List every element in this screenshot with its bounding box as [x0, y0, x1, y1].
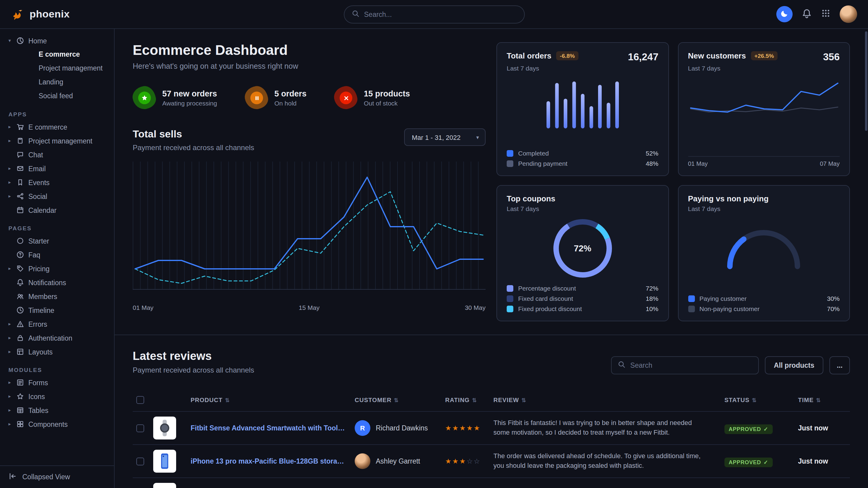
sidebar-item-label: Pricing: [28, 265, 50, 272]
dashboard-left: Ecommerce Dashboard Here's what's going …: [133, 42, 486, 321]
sidebar-subitem-social-feed[interactable]: Social feed: [0, 89, 114, 103]
clipboard-icon: [16, 137, 24, 145]
search-input[interactable]: [364, 10, 517, 18]
trend-badge: -6.8%: [556, 51, 579, 60]
sidebar-item-authentication[interactable]: ▸Authentication: [0, 331, 114, 345]
star-icon: [141, 94, 148, 101]
sidebar-item-forms[interactable]: ▸Forms: [0, 376, 114, 389]
sidebar-subitem-project-management[interactable]: Project management: [0, 62, 114, 75]
sidebar-subitem-e-commerce[interactable]: E commerce: [0, 47, 114, 62]
reviews-search-input[interactable]: [630, 362, 752, 369]
axis-left-label: 01 May: [688, 160, 708, 167]
sidebar-item-label: E commerce: [28, 123, 67, 131]
select-all-checkbox[interactable]: [136, 396, 144, 404]
sidebar-item-social[interactable]: ▸Social: [0, 189, 114, 203]
collapsed-view-label: Collapsed View: [22, 473, 70, 481]
apps-grid-button[interactable]: [821, 8, 831, 20]
product-link[interactable]: Fitbit Sense Advanced Smartwatch with To…: [191, 424, 355, 432]
sidebar-item-pricing[interactable]: ▸Pricing: [0, 262, 114, 275]
watch-product-image: [154, 418, 175, 438]
brand[interactable]: phoenix: [11, 7, 115, 21]
axis-right-label: 07 May: [820, 160, 840, 167]
product-thumbnail[interactable]: [153, 450, 176, 473]
card-title: Top coupons: [507, 194, 658, 203]
scrollbar[interactable]: [865, 31, 867, 131]
sidebar: ▾HomeE commerceProject managementLanding…: [0, 29, 115, 488]
legend-label: Percentage discount: [518, 285, 576, 292]
bell-icon: [16, 279, 24, 286]
sidebar-item-icons[interactable]: ▸Icons: [0, 389, 114, 403]
brand-name: phoenix: [30, 8, 70, 20]
sidebar-item-layouts[interactable]: ▸Layouts: [0, 345, 114, 359]
sidebar-item-tables[interactable]: ▸Tables: [0, 403, 114, 417]
column-header-product[interactable]: PRODUCT⇅: [191, 397, 355, 403]
sidebar-item-components[interactable]: ▸Components: [0, 417, 114, 431]
paying-vs-non-paying-card: Paying vs non paying Last 7 days Paying …: [678, 185, 850, 321]
row-checkbox[interactable]: [136, 457, 144, 465]
all-products-button[interactable]: All products: [765, 356, 824, 375]
legend-label: Fixed product discount: [518, 305, 582, 312]
legend-value: 70%: [827, 305, 840, 312]
tag-icon: [16, 265, 24, 272]
legend-swatch: [507, 285, 513, 291]
new-customers-axis: 01 May 07 May: [688, 156, 840, 167]
stat-awating-processing: 57 new ordersAwating processing: [133, 86, 217, 109]
product-thumbnail[interactable]: [153, 483, 176, 488]
sidebar-item-calendar[interactable]: Calendar: [0, 203, 114, 217]
legend-value: 10%: [646, 305, 658, 312]
card-value: 16,247: [628, 51, 658, 63]
sidebar-item-faq[interactable]: Faq: [0, 248, 114, 262]
sidebar-item-chat[interactable]: Chat: [0, 148, 114, 162]
product-thumbnail[interactable]: [153, 417, 176, 440]
chevron-down-icon: ▾: [7, 38, 12, 43]
sidebar-item-e-commerce[interactable]: ▸E commerce: [0, 120, 114, 134]
app-root: phoenix ▾HomeE commerceProject managemen…: [0, 0, 868, 488]
theme-toggle-button[interactable]: [776, 6, 793, 22]
chevron-right-icon: ▸: [7, 349, 12, 355]
sidebar-item-events[interactable]: ▸Events: [0, 175, 114, 189]
sidebar-item-starter[interactable]: Starter: [0, 234, 114, 248]
chevron-right-icon: ▸: [7, 138, 12, 143]
column-header-time[interactable]: TIME⇅: [798, 397, 850, 403]
chevron-right-icon: ▸: [7, 166, 12, 171]
sidebar-subitem-landing[interactable]: Landing: [0, 75, 114, 89]
date-range-select[interactable]: Mar 1 - 31, 2022 ▾: [404, 128, 486, 146]
customer-avatar[interactable]: R: [355, 420, 370, 436]
sidebar-item-label: Forms: [28, 379, 48, 386]
total-sells-title: Total sells: [133, 128, 254, 140]
column-header-review[interactable]: REVIEW⇅: [493, 397, 724, 403]
phone-product-image: [154, 451, 175, 471]
customer-avatar[interactable]: [355, 453, 370, 469]
reviews-title: Latest reviews: [133, 350, 254, 363]
sidebar-item-errors[interactable]: ▸Errors: [0, 317, 114, 331]
sidebar-section-label-modules: MODULES: [8, 366, 114, 373]
user-avatar[interactable]: [840, 5, 857, 23]
sidebar-item-notifications[interactable]: Notifications: [0, 275, 114, 289]
paying-legend: Paying customer30%Non-paying customer70%: [688, 295, 840, 312]
top-navbar: phoenix: [0, 0, 868, 29]
notifications-button[interactable]: [802, 8, 812, 20]
row-checkbox[interactable]: [136, 424, 144, 432]
sidebar-item-project-management[interactable]: ▸Project management: [0, 134, 114, 148]
more-options-button[interactable]: ...: [829, 356, 850, 375]
sidebar-item-email[interactable]: ▸Email: [0, 162, 114, 175]
legend-swatch: [688, 295, 694, 302]
reviews-search: [611, 356, 759, 375]
trend-badge: +26.5%: [751, 51, 777, 60]
stat-label: Out of stock: [364, 99, 410, 106]
total-sells-axis: 01 May15 May30 May: [133, 304, 486, 311]
sidebar-item-timeline[interactable]: Timeline: [0, 303, 114, 317]
customer-cell: Ashley Garrett: [355, 453, 445, 469]
product-link[interactable]: iPhone 13 pro max-Pacific Blue-128GB sto…: [191, 458, 355, 465]
sidebar-item-home[interactable]: ▾Home: [0, 34, 114, 47]
sidebar-item-members[interactable]: Members: [0, 289, 114, 303]
pause-icon: [253, 95, 259, 101]
column-header-customer[interactable]: CUSTOMER⇅: [355, 397, 445, 403]
sidebar-item-label: Icons: [28, 393, 45, 400]
legend-label: Completed: [518, 150, 549, 157]
column-header-status[interactable]: STATUS⇅: [724, 397, 798, 403]
sidebar-item-label: Layouts: [28, 348, 53, 355]
collapsed-view-toggle[interactable]: Collapsed View: [0, 465, 114, 488]
column-header-rating[interactable]: RATING⇅: [445, 397, 493, 403]
review-row: Fitbit Sense Advanced Smartwatch with To…: [133, 412, 850, 445]
